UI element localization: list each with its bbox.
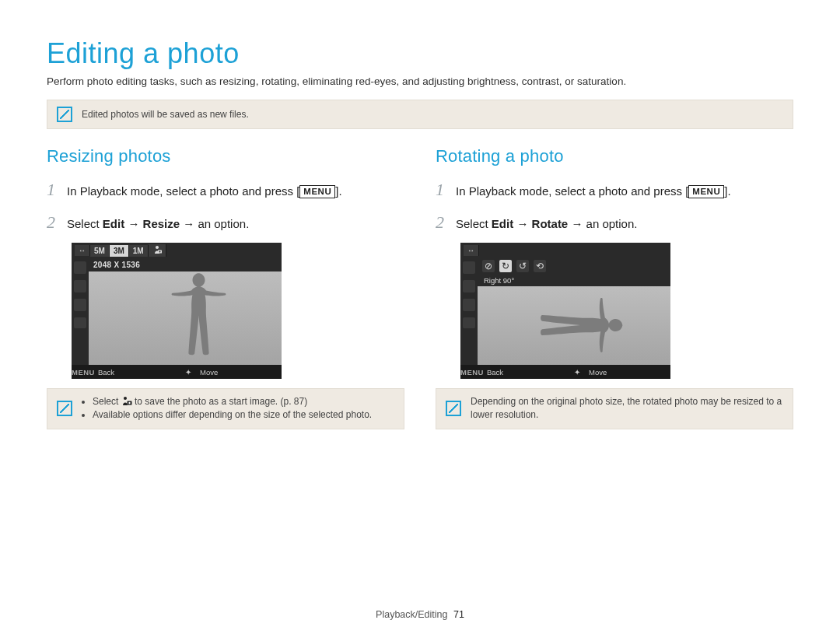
arrow-icon: → xyxy=(128,217,139,230)
note-icon xyxy=(57,401,72,416)
rotating-heading: Rotating a photo xyxy=(436,146,793,166)
arrow-icon: → xyxy=(183,217,194,230)
svg-point-3 xyxy=(128,402,130,404)
svg-point-1 xyxy=(159,251,160,253)
step-text: In Playback mode, select a photo and pre… xyxy=(67,184,299,198)
cam-side-icon xyxy=(463,280,475,292)
page-title: Editing a photo xyxy=(47,37,793,70)
size-chip: 5M xyxy=(90,245,110,257)
rotate-right-icon: ↻ xyxy=(499,260,512,272)
cam-side-icon xyxy=(463,261,475,274)
cam-left-bar xyxy=(460,258,478,365)
move-label: Move xyxy=(586,368,670,377)
move-icon: ✦ xyxy=(569,368,586,377)
size-chip: 1M xyxy=(129,245,149,257)
note-line: to save the photo as a start image. (p. … xyxy=(135,396,307,407)
cam-canvas xyxy=(89,271,282,365)
back-label: Back xyxy=(95,368,180,377)
step-row: 2 Select Edit → Resize → an option. xyxy=(47,210,404,235)
step-text: Select xyxy=(456,217,492,230)
rotate-off-icon: ⊘ xyxy=(482,260,495,272)
step-text: ]. xyxy=(335,184,341,198)
step-text: an option. xyxy=(194,217,249,230)
top-note-box: Edited photos will be saved as new files… xyxy=(47,100,793,129)
camera-screenshot-rotate: ↔ ⊘ ↻ ↺ ⟲ Right 90° xyxy=(460,243,670,379)
footer-section: Playback/Editing xyxy=(376,609,447,620)
start-image-icon xyxy=(149,244,166,257)
cam-top-bar: ↔ xyxy=(460,243,670,258)
page-footer: Playback/Editing 71 xyxy=(0,609,840,620)
rotate-label: Right 90° xyxy=(478,274,670,286)
cam-side-icon xyxy=(74,280,86,292)
cam-side-icon xyxy=(74,299,86,311)
resize-note-text: Select to save the photo as a start imag… xyxy=(82,395,372,422)
step-number: 1 xyxy=(47,177,59,202)
size-chip-selected: 3M xyxy=(110,245,129,257)
resizing-heading: Resizing photos xyxy=(47,146,404,166)
step-text: Select xyxy=(67,217,103,230)
note-line: Select xyxy=(93,396,121,407)
person-silhouette-rotated xyxy=(510,292,642,359)
step-number: 2 xyxy=(436,210,448,235)
top-note-text: Edited photos will be saved as new files… xyxy=(82,108,249,121)
resolution-readout: 2048 X 1536 xyxy=(89,258,282,271)
cam-side-icon xyxy=(463,317,475,328)
note-icon xyxy=(446,401,461,416)
page-number: 71 xyxy=(453,609,464,620)
step-number: 1 xyxy=(436,177,448,202)
step-row: 1 In Playback mode, select a photo and p… xyxy=(436,177,793,202)
step-text: In Playback mode, select a photo and pre… xyxy=(456,184,688,198)
rotate-180-icon: ⟲ xyxy=(534,260,546,272)
cam-top-bar: ↔ 5M 3M 1M xyxy=(72,243,282,258)
rotate-toolbar: ⊘ ↻ ↺ ⟲ xyxy=(478,258,670,274)
camera-screenshot-resize: ↔ 5M 3M 1M 2048 X 1536 xyxy=(72,243,282,379)
step-text: ]. xyxy=(724,184,730,198)
rotate-note-text: Depending on the original photo size, th… xyxy=(471,395,783,422)
step-bold: Edit xyxy=(103,217,124,230)
step-bold: Rotate xyxy=(532,217,569,230)
cam-bottom-bar: MENU Back ✦ Move xyxy=(460,365,670,379)
back-label: Back xyxy=(484,368,569,377)
resize-note-box: Select to save the photo as a start imag… xyxy=(47,388,404,429)
rotate-left-icon: ↺ xyxy=(516,260,529,272)
step-text: an option. xyxy=(583,217,637,230)
step-number: 2 xyxy=(47,210,59,235)
cam-side-icon xyxy=(74,317,86,328)
person-silhouette xyxy=(156,273,242,365)
step-bold: Edit xyxy=(492,217,513,230)
rotate-note-box: Depending on the original photo size, th… xyxy=(436,388,793,429)
menu-key: MENU xyxy=(688,185,724,198)
cam-bottom-bar: MENU Back ✦ Move xyxy=(72,365,282,379)
arrow-icon: → xyxy=(516,217,528,230)
step-bold: Resize xyxy=(143,217,180,230)
step-row: 2 Select Edit → Rotate → an option. xyxy=(436,210,793,235)
note-line: Available options differ depending on th… xyxy=(93,408,372,422)
resizing-section: Resizing photos 1 In Playback mode, sele… xyxy=(47,146,404,447)
intro-text: Perform photo editing tasks, such as res… xyxy=(47,75,793,89)
resize-icon: ↔ xyxy=(464,245,479,256)
start-image-icon xyxy=(121,397,132,406)
note-icon xyxy=(57,107,72,122)
menu-key: MENU xyxy=(299,185,335,198)
move-label: Move xyxy=(197,368,282,377)
rotating-section: Rotating a photo 1 In Playback mode, sel… xyxy=(436,146,793,447)
cam-side-icon xyxy=(74,261,86,274)
cam-left-bar xyxy=(72,258,89,365)
resize-icon: ↔ xyxy=(75,245,90,256)
arrow-icon: → xyxy=(571,217,583,230)
cam-side-icon xyxy=(463,299,475,311)
move-icon: ✦ xyxy=(180,368,197,377)
cam-canvas xyxy=(478,286,670,365)
menu-label: MENU xyxy=(72,368,95,377)
step-row: 1 In Playback mode, select a photo and p… xyxy=(47,177,404,202)
menu-label: MENU xyxy=(460,368,484,377)
